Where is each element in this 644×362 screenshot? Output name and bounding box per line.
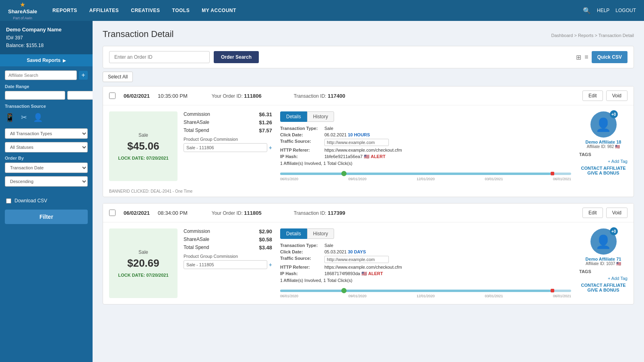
order-search-button[interactable]: Order Search xyxy=(214,51,259,63)
add-tag-link[interactable]: + Add Tag xyxy=(579,276,627,281)
user-info: Demo Company Name ID# 397 Balance: $155.… xyxy=(0,21,93,54)
avatar-wrap: 👤 +0 xyxy=(590,111,617,138)
timeline-label-3: 03/01/2021 xyxy=(485,294,503,298)
details-panel: Details History Transaction Type: Sale C… xyxy=(280,111,571,181)
logo-text: ShareASale xyxy=(8,8,37,14)
flag-icon: 🇺🇸 xyxy=(616,261,621,266)
contact-affiliate-link[interactable]: CONTACT AFFILIATE xyxy=(581,283,626,288)
affiliate-name[interactable]: Demo Affiliate 18 xyxy=(586,140,621,144)
sale-box: Sale $20.69 LOCK DATE: 07/20/2021 xyxy=(109,228,178,298)
main-nav: REPORTS AFFILIATES CREATIVES TOOLS MY AC… xyxy=(52,8,236,13)
product-group-add-icon[interactable]: + xyxy=(269,144,272,151)
person-icon[interactable]: 👤 xyxy=(33,113,43,122)
details-panel: Details History Transaction Type: Sale C… xyxy=(280,228,571,298)
timeline-label-4: 06/01/2021 xyxy=(553,294,571,298)
order-id-value: 111806 xyxy=(244,93,261,99)
product-group-input[interactable] xyxy=(184,143,267,152)
affiliate-search-row: + xyxy=(5,70,88,80)
nav-creatives[interactable]: CREATIVES xyxy=(131,8,160,13)
tab-details[interactable]: Details xyxy=(280,111,307,122)
traffic-source-input[interactable] xyxy=(324,139,389,146)
avatar-wrap: 👤 +0 xyxy=(590,228,617,255)
product-group-input[interactable] xyxy=(184,260,267,269)
transaction-checkbox[interactable] xyxy=(109,93,116,99)
select-all-button[interactable]: Select All xyxy=(103,72,133,82)
trans-id-label: Transaction ID: xyxy=(294,210,326,216)
add-tag-link[interactable]: + Add Tag xyxy=(579,159,627,164)
ip-hash-val: 1bfe6e9211a56ea7 🇺🇸 ALERT xyxy=(324,154,386,159)
list-view-icon[interactable]: ≡ xyxy=(584,53,588,61)
transaction-time: 08:34:00 PM xyxy=(158,210,188,216)
filter-button[interactable]: Filter xyxy=(5,210,88,224)
quick-csv-button[interactable]: Quick CSV xyxy=(592,51,627,63)
timeline-label-0: 06/01/2020 xyxy=(280,294,298,298)
affiliate-search-input[interactable] xyxy=(5,70,77,80)
shareasale-value: $1.26 xyxy=(259,119,272,125)
give-bonus-link[interactable]: GIVE A BONUS xyxy=(587,171,619,175)
commission-label: Commission xyxy=(184,111,210,117)
nav-affiliates[interactable]: AFFILIATES xyxy=(89,8,119,13)
order-search-input[interactable] xyxy=(109,51,210,63)
mobile-icon[interactable]: 📱 xyxy=(5,113,15,122)
download-csv-checkbox[interactable] xyxy=(6,198,11,204)
product-group-add-icon[interactable]: + xyxy=(269,261,272,268)
search-icon[interactable]: 🔍 xyxy=(583,7,591,14)
edit-button[interactable]: Edit xyxy=(582,90,603,101)
shareasale-label: ShareASale xyxy=(184,237,209,243)
saved-reports-btn[interactable]: Saved Reports ▶ xyxy=(0,54,93,66)
sort-select[interactable]: Descending xyxy=(5,176,88,187)
transaction-checkbox[interactable] xyxy=(109,210,116,216)
transaction-date: 06/02/2021 xyxy=(124,210,150,216)
give-bonus-link[interactable]: GIVE A BONUS xyxy=(587,288,619,292)
involved-text: 1 Affiliate(s) Involved, 1 Total Click(s… xyxy=(280,278,352,283)
trans-id-label: Transaction ID: xyxy=(294,93,326,99)
contact-affiliate-link[interactable]: CONTACT AFFILIATE xyxy=(581,166,626,171)
total-spend-value: $3.48 xyxy=(259,245,272,251)
alert-flag: ALERT xyxy=(371,154,386,159)
transaction-types-select[interactable]: All Transaction Types xyxy=(5,128,88,139)
nav-reports[interactable]: REPORTS xyxy=(52,8,77,13)
ip-hash-val: 18687174f9893da 🇺🇸 ALERT xyxy=(324,271,383,276)
alert-flag: ALERT xyxy=(368,271,383,276)
edit-button[interactable]: Edit xyxy=(582,208,603,218)
transaction-body: Sale $45.06 LOCK DATE: 07/20/2021 Commis… xyxy=(103,105,634,187)
date-range-row xyxy=(5,91,88,100)
tab-history[interactable]: History xyxy=(307,111,334,122)
sale-type: Sale xyxy=(138,132,148,138)
grid-view-icon[interactable]: ⊞ xyxy=(576,53,581,61)
add-affiliate-button[interactable]: + xyxy=(79,71,88,80)
person-icon: 👤 xyxy=(595,117,611,132)
timeline-label-1: 09/01/2020 xyxy=(348,294,366,298)
affiliate-id: Affiliate ID: 982 🇺🇸 xyxy=(587,144,620,149)
transaction-header: 06/02/2021 08:34:00 PM Your Order ID: 11… xyxy=(103,204,634,222)
traffic-source-input[interactable] xyxy=(324,256,389,263)
transaction-source-label: Transaction Source xyxy=(5,104,88,109)
nav-myaccount[interactable]: MY ACCOUNT xyxy=(202,8,236,13)
date-range-label: Date Range xyxy=(5,84,88,89)
date-to-input[interactable] xyxy=(67,91,93,100)
order-by-select[interactable]: Transaction Date xyxy=(5,162,88,173)
trans-id-value: 117399 xyxy=(328,210,345,216)
logo-area: ★ ShareASale Part of Awin xyxy=(8,1,40,21)
total-spend-label: Total Spend xyxy=(184,245,209,251)
commission-table: Commission $6.31 ShareASale $1.26 Total … xyxy=(184,111,272,181)
tab-details[interactable]: Details xyxy=(280,228,307,239)
breadcrumb: Dashboard > Reports > Transaction Detail xyxy=(551,33,634,38)
sale-amount: $20.69 xyxy=(127,257,159,269)
affiliate-name[interactable]: Demo Affiliate 71 xyxy=(586,257,621,261)
void-button[interactable]: Void xyxy=(606,208,627,218)
logo-star: ★ xyxy=(20,1,25,8)
sale-type: Sale xyxy=(138,249,148,255)
nav-logout[interactable]: LOGOUT xyxy=(615,8,636,13)
statuses-select[interactable]: All Statuses xyxy=(5,142,88,152)
nav-tools[interactable]: TOOLS xyxy=(172,8,190,13)
date-from-input[interactable] xyxy=(5,91,65,100)
nav-help[interactable]: HELP xyxy=(597,8,609,13)
click-date-val: 06.02.2021 10 HOURS xyxy=(324,132,370,137)
tab-history[interactable]: History xyxy=(307,228,334,239)
order-id-value: 111805 xyxy=(244,210,261,216)
timeline-label-2: 12/01/2020 xyxy=(417,294,435,298)
scissors-icon[interactable]: ✂ xyxy=(21,113,27,122)
order-by-row: Transaction Date xyxy=(5,162,88,173)
void-button[interactable]: Void xyxy=(606,90,627,101)
